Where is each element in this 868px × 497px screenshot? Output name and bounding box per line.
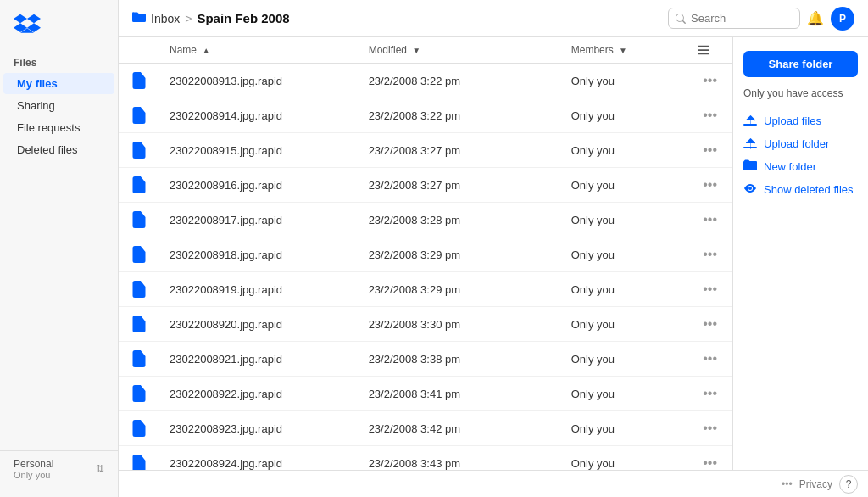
file-members: Only you [561,342,687,377]
notification-icon[interactable]: 🔔 [807,10,824,26]
file-modified: 23/2/2008 3:43 pm [359,446,561,471]
upload-files-icon [743,113,757,129]
file-icon [129,314,149,334]
svg-point-2 [748,187,752,190]
sidebar-item-sharing[interactable]: Sharing [3,95,114,116]
search-box [668,8,800,29]
table-row[interactable]: 23022008922.jpg.rapid 23/2/2008 3:41 pm … [119,377,732,411]
file-members: Only you [561,203,687,237]
right-action-upload-files[interactable]: Upload files [743,113,858,129]
file-icon [129,209,149,230]
privacy-label[interactable]: Privacy [799,478,832,490]
file-icon [129,453,149,470]
content-area: Name ▲ Modified ▼ Members ▼ [119,37,868,470]
file-icon-cell [119,203,159,237]
table-row[interactable]: 23022008913.jpg.rapid 23/2/2008 3:22 pm … [119,64,732,98]
file-more-button[interactable]: ••• [698,141,722,159]
col-icon [119,37,159,64]
right-action-new-folder[interactable]: New folder [743,159,858,175]
file-modified: 23/2/2008 3:22 pm [359,64,561,98]
breadcrumb-separator: > [185,12,192,25]
file-actions-cell: ••• [687,446,732,471]
file-more-button[interactable]: ••• [698,106,722,125]
file-name[interactable]: 23022008920.jpg.rapid [159,307,359,342]
file-more-button[interactable]: ••• [698,71,722,90]
right-action-upload-folder[interactable]: Upload folder [743,136,858,152]
table-row[interactable]: 23022008916.jpg.rapid 23/2/2008 3:27 pm … [119,168,732,203]
table-row[interactable]: 23022008923.jpg.rapid 23/2/2008 3:42 pm … [119,411,732,446]
table-row[interactable]: 23022008918.jpg.rapid 23/2/2008 3:29 pm … [119,237,732,272]
right-panel: Share folder Only you have access Upload… [732,37,868,470]
file-members: Only you [561,168,687,203]
file-name[interactable]: 23022008921.jpg.rapid [159,342,359,377]
file-more-button[interactable]: ••• [698,419,722,438]
file-icon [129,349,149,369]
more-icon[interactable]: ••• [782,478,793,490]
table-row[interactable]: 23022008920.jpg.rapid 23/2/2008 3:30 pm … [119,307,732,342]
col-modified[interactable]: Modified ▼ [359,37,561,64]
show-deleted-label: Show deleted files [764,183,854,196]
table-row[interactable]: 23022008919.jpg.rapid 23/2/2008 3:29 pm … [119,272,732,307]
sidebar-account-label: Personal [14,458,53,470]
file-members: Only you [561,98,687,133]
col-list-view[interactable] [687,37,732,64]
file-more-button[interactable]: ••• [698,176,722,194]
breadcrumb-inbox[interactable]: Inbox [151,12,180,25]
col-members[interactable]: Members ▼ [561,37,687,64]
file-actions-cell: ••• [687,377,732,411]
right-actions: Upload files Upload folder New folder Sh… [743,113,858,198]
file-icon-cell [119,133,159,168]
file-name[interactable]: 23022008919.jpg.rapid [159,272,359,307]
file-more-button[interactable]: ••• [698,210,722,229]
file-modified: 23/2/2008 3:22 pm [359,98,561,133]
table-row[interactable]: 23022008921.jpg.rapid 23/2/2008 3:38 pm … [119,342,732,377]
sidebar-item-deleted-files[interactable]: Deleted files [3,139,114,160]
file-table-body: 23022008913.jpg.rapid 23/2/2008 3:22 pm … [119,64,732,471]
file-members: Only you [561,307,687,342]
share-folder-button[interactable]: Share folder [743,51,858,77]
search-input[interactable] [691,12,793,25]
list-view-icon[interactable] [698,44,722,56]
topbar: Inbox > Spain Feb 2008 🔔 P [119,0,868,37]
file-name[interactable]: 23022008914.jpg.rapid [159,98,359,133]
sidebar-item-my-files[interactable]: My files [3,73,114,94]
file-modified: 23/2/2008 3:29 pm [359,237,561,272]
file-modified: 23/2/2008 3:28 pm [359,203,561,237]
file-name[interactable]: 23022008918.jpg.rapid [159,237,359,272]
upload-files-label: Upload files [764,114,821,127]
new-folder-icon [743,159,757,175]
file-icon-cell [119,307,159,342]
col-name[interactable]: Name ▲ [159,37,359,64]
file-actions-cell: ••• [687,307,732,342]
file-name[interactable]: 23022008916.jpg.rapid [159,168,359,203]
file-more-button[interactable]: ••• [698,245,722,264]
sidebar-item-file-requests[interactable]: File requests [3,117,114,138]
file-members: Only you [561,446,687,471]
file-members: Only you [561,133,687,168]
file-actions-cell: ••• [687,342,732,377]
sidebar-expand-icon[interactable]: ⇅ [96,463,104,475]
search-icon [676,14,686,24]
help-button[interactable]: ? [839,475,858,494]
avatar[interactable]: P [831,7,854,31]
table-row[interactable]: 23022008915.jpg.rapid 23/2/2008 3:27 pm … [119,133,732,168]
table-row[interactable]: 23022008914.jpg.rapid 23/2/2008 3:22 pm … [119,98,732,133]
bottombar: ••• Privacy ? [119,470,868,497]
file-more-button[interactable]: ••• [698,315,722,333]
table-row[interactable]: 23022008917.jpg.rapid 23/2/2008 3:28 pm … [119,203,732,237]
file-table: Name ▲ Modified ▼ Members ▼ [119,37,732,470]
file-more-button[interactable]: ••• [698,280,722,299]
svg-rect-0 [743,124,757,126]
table-row[interactable]: 23022008924.jpg.rapid 23/2/2008 3:43 pm … [119,446,732,471]
file-name[interactable]: 23022008915.jpg.rapid [159,133,359,168]
file-name[interactable]: 23022008924.jpg.rapid [159,446,359,471]
file-name[interactable]: 23022008917.jpg.rapid [159,203,359,237]
file-more-button[interactable]: ••• [698,349,722,368]
file-name[interactable]: 23022008922.jpg.rapid [159,377,359,411]
file-name[interactable]: 23022008913.jpg.rapid [159,64,359,98]
file-more-button[interactable]: ••• [698,384,722,403]
file-more-button[interactable]: ••• [698,454,722,470]
right-action-show-deleted[interactable]: Show deleted files [743,181,858,198]
file-name[interactable]: 23022008923.jpg.rapid [159,411,359,446]
file-icon-cell [119,446,159,471]
